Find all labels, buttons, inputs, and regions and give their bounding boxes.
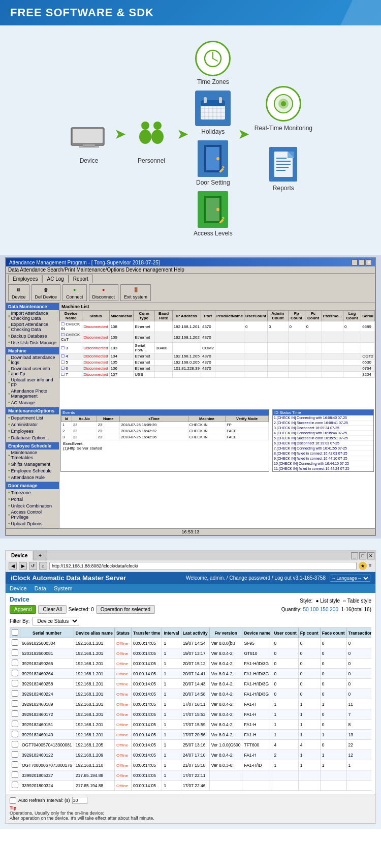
row-checkbox[interactable] bbox=[12, 771, 18, 778]
sidebar-item-db[interactable]: Database Option... bbox=[6, 434, 59, 441]
forward-button[interactable]: ▶ bbox=[19, 562, 27, 570]
select-all-checkbox[interactable] bbox=[12, 629, 18, 636]
holidays-icon bbox=[195, 91, 231, 126]
auto-refresh-row: Auto Refresh Interval: (s) bbox=[10, 797, 371, 804]
amp-titlebar: Attendance Management Program - [ Tong-S… bbox=[6, 258, 375, 266]
row-checkbox[interactable] bbox=[12, 670, 18, 676]
window-controls[interactable]: _ □ ✕ bbox=[352, 259, 372, 265]
col-conn-type: Conn type bbox=[134, 311, 155, 321]
maximize-button[interactable]: □ bbox=[359, 259, 365, 265]
sidebar-item-access-priv[interactable]: Access Control Privilege bbox=[6, 509, 59, 520]
sidebar-item-download-user[interactable]: Download user info and Fp bbox=[6, 366, 59, 377]
browser-window-controls[interactable]: _ □ ✕ bbox=[350, 551, 375, 560]
browser-tab-device[interactable]: Device bbox=[6, 551, 33, 560]
sidebar-item-emp-schedule[interactable]: Employee Schedule bbox=[6, 467, 59, 474]
sidebar-item-upload-opts[interactable]: Upload Options bbox=[6, 520, 59, 527]
interval-label: Interval: (s) bbox=[47, 798, 70, 803]
iclock-toolbar: Append Clear All Selected: 0 Operation f… bbox=[10, 605, 371, 614]
nav-data[interactable]: Data bbox=[35, 585, 46, 591]
sidebar-item-download-logs[interactable]: Download attendance logs bbox=[6, 354, 59, 366]
row-checkbox[interactable] bbox=[12, 741, 18, 747]
row-checkbox[interactable] bbox=[12, 639, 18, 646]
language-select[interactable]: -- Language -- bbox=[330, 575, 370, 582]
table-style-option[interactable]: ○ Table style bbox=[343, 598, 371, 604]
del-device-button[interactable]: 🗑 Del Device bbox=[31, 284, 61, 301]
row-checkbox[interactable] bbox=[12, 761, 18, 768]
sidebar-item-unlock[interactable]: Unlock Combination bbox=[6, 502, 59, 509]
sidebar-item-backup[interactable]: Backup Database bbox=[6, 333, 59, 339]
row-checkbox[interactable] bbox=[12, 690, 18, 697]
amp-menubar[interactable]: Data Attendance Search/Print Maintenance… bbox=[6, 266, 375, 274]
amp-screenshot-container: Attendance Management Program - [ Tong-S… bbox=[0, 255, 381, 538]
events-col-id: Id bbox=[61, 416, 72, 422]
list-item: OGT70800067073000176192.168.1.210Offline… bbox=[10, 760, 372, 770]
exit-system-button[interactable]: 🚪 Exit system bbox=[120, 284, 151, 301]
iclock-footer: Auto Refresh Interval: (s) Tip Operation… bbox=[6, 794, 375, 823]
auto-refresh-checkbox[interactable] bbox=[10, 797, 16, 804]
list-item: 3929182490265192.168.1.201Offline00:00:1… bbox=[10, 659, 372, 669]
tab-report[interactable]: Report bbox=[69, 275, 93, 283]
list-style-option[interactable]: ● List style bbox=[315, 598, 340, 604]
append-button[interactable]: Append bbox=[10, 605, 36, 614]
connect-button[interactable]: ● Connect bbox=[62, 284, 87, 301]
log-item: 1.[CHECK IN] Connecting with 16:08:40 07… bbox=[273, 415, 373, 421]
row-checkbox[interactable] bbox=[12, 731, 18, 737]
filter-select[interactable]: Device Status bbox=[33, 617, 79, 625]
interval-input[interactable] bbox=[72, 797, 87, 804]
row-checkbox[interactable] bbox=[12, 660, 18, 666]
sidebar-item-attendance-rule[interactable]: Attendance Rule bbox=[6, 474, 59, 481]
row-checkbox[interactable] bbox=[12, 710, 18, 717]
sidebar-item-import[interactable]: Import Attendance Checking Data bbox=[6, 310, 59, 321]
sidebar-item-usb[interactable]: Use Usb Disk Manage bbox=[6, 339, 59, 346]
disconnect-button[interactable]: ● Disconnect bbox=[89, 284, 119, 301]
col-user-count: User count bbox=[272, 628, 298, 638]
clear-all-button[interactable]: Clear All bbox=[38, 605, 66, 614]
col-device-name: Device name bbox=[242, 628, 272, 638]
sidebar-item-employees[interactable]: Employees bbox=[6, 428, 59, 434]
tab-aclog[interactable]: AC Log bbox=[42, 275, 68, 283]
browser-minimize[interactable]: _ bbox=[351, 552, 358, 559]
browser-close[interactable]: ✕ bbox=[367, 552, 374, 559]
col-fp-count: Fp count bbox=[298, 628, 320, 638]
close-button[interactable]: ✕ bbox=[366, 259, 372, 265]
back-button[interactable]: ◀ bbox=[9, 562, 17, 570]
exec-event: ExecEvent (1)Http Server started bbox=[61, 440, 269, 452]
sidebar-item-shifts[interactable]: Shifts Management bbox=[6, 461, 59, 467]
sidebar-item-upload-user[interactable]: Upload user info and FP bbox=[6, 377, 59, 388]
bookmark-icon[interactable]: ★ bbox=[359, 562, 367, 570]
header-banner: FREE SOFTWARE & SDK bbox=[0, 0, 381, 25]
device-button[interactable]: 🖥 Device bbox=[8, 284, 29, 301]
home-button[interactable]: ⌂ bbox=[39, 562, 47, 570]
sidebar-item-dept[interactable]: Department List bbox=[6, 414, 59, 421]
row-checkbox[interactable] bbox=[12, 700, 18, 707]
extension-icon[interactable]: ≡ bbox=[368, 562, 372, 570]
sidebar-item-ac[interactable]: AC Manage bbox=[6, 399, 59, 406]
refresh-button[interactable]: ↺ bbox=[29, 562, 37, 570]
sidebar-item-portal[interactable]: Portal bbox=[6, 496, 59, 502]
list-item: 3929182460224192.168.1.201Offline00:00:1… bbox=[10, 689, 372, 699]
row-checkbox[interactable] bbox=[12, 680, 18, 686]
operation-button[interactable]: Operation for selected bbox=[96, 605, 155, 614]
nav-system[interactable]: System bbox=[54, 585, 73, 591]
sidebar-item-timetables[interactable]: Maintenance Timetables bbox=[6, 450, 59, 461]
url-bar[interactable] bbox=[49, 562, 357, 570]
new-tab-button[interactable]: + bbox=[33, 551, 47, 560]
browser-maximize[interactable]: □ bbox=[359, 552, 366, 559]
sidebar-item-photo[interactable]: Attendance Photo Management bbox=[6, 388, 59, 399]
tab-employees[interactable]: Employees bbox=[8, 275, 42, 283]
personnel-label: Personnel bbox=[138, 157, 165, 164]
row-checkbox[interactable] bbox=[12, 751, 18, 758]
selected-count: Selected: 0 bbox=[69, 607, 94, 612]
svg-marker-31 bbox=[222, 217, 225, 219]
sidebar-item-timezone[interactable]: Timezone bbox=[6, 489, 59, 496]
row-checkbox[interactable] bbox=[12, 649, 18, 656]
sidebar-item-admin[interactable]: Administrator bbox=[6, 421, 59, 428]
row-checkbox[interactable] bbox=[12, 721, 18, 727]
filter-label: Filter By: bbox=[10, 618, 29, 624]
minimize-button[interactable]: _ bbox=[352, 259, 358, 265]
svg-rect-14 bbox=[219, 97, 222, 103]
row-checkbox[interactable] bbox=[12, 782, 18, 788]
flow-personnel: Personnel bbox=[131, 113, 172, 164]
sidebar-item-export[interactable]: Export Attendance Checking Data bbox=[6, 321, 59, 333]
nav-device[interactable]: Device bbox=[10, 585, 27, 591]
